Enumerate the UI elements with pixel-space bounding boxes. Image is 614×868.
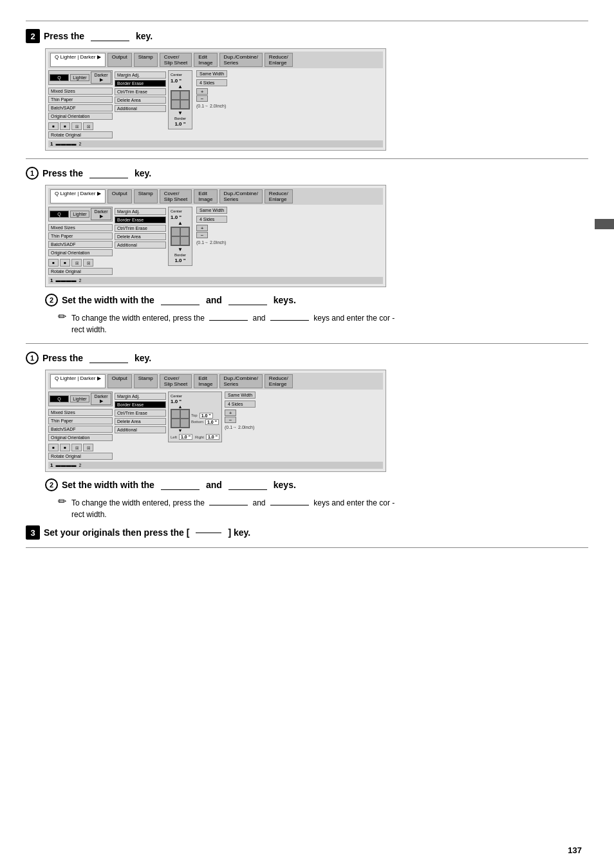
copier-bottom-1: 1 ▬▬▬▬ 2 xyxy=(48,140,383,147)
tab3-lighter-darker: Q Lighter | Darker ▶ xyxy=(50,374,106,388)
copier-grid-2 xyxy=(171,227,190,246)
copier-menu-middle-3: Margin Adj. Border Erase Ctrl/Trim Erase… xyxy=(115,393,166,433)
step2-text: Set the width with the xyxy=(62,295,154,305)
page-num-label-2: 2 xyxy=(79,278,81,283)
grid3-cell-4 xyxy=(180,419,189,428)
copier-bottom-2: 1 ▬▬▬▬ 2 xyxy=(48,277,383,284)
menu2-additional: Additional xyxy=(115,241,166,249)
icon3-btn-1: ■ xyxy=(48,444,59,451)
top-field-row: Top 1.0 " xyxy=(191,413,219,419)
step3-1-key-blank xyxy=(89,353,128,363)
grid-cell-4 xyxy=(180,100,189,109)
right-value: 1.0 " xyxy=(206,434,219,440)
copier-right-2: Center 1.0 " ▲ xyxy=(168,207,383,275)
tab3-dup-combine: Dup./Combine/Series xyxy=(219,374,263,388)
vertical-arrows-3: ▲ ▼ xyxy=(171,404,190,433)
left-field-row: Left 1.0 " xyxy=(171,434,192,440)
tab-reduce-enlarge: Reduce/Enlarge xyxy=(265,53,293,67)
copier-body-3: Q Lighter Darker ▶ Mixed Sizes Thin Pape… xyxy=(48,392,383,460)
tab2-dup-combine: Dup./Combine/Series xyxy=(219,189,263,203)
step2-1-key-text: key. xyxy=(135,168,151,178)
menu3-ctrl-trim: Ctrl/Trim Erase xyxy=(115,410,166,417)
tab-cover-slip: Cover/Slip Sheet xyxy=(160,53,192,67)
menu-margin-adj: Margin Adj. xyxy=(115,71,166,79)
center-label-1: Center xyxy=(171,73,190,77)
menu-thin-paper: Thin Paper xyxy=(48,96,113,103)
tab-lighter-darker: Q Lighter | Darker ▶ xyxy=(50,53,106,67)
border-label-2: Border xyxy=(174,253,186,257)
btn3-q: Q xyxy=(50,395,69,402)
tab2-edit-image: EditImage xyxy=(194,189,217,203)
center-label-3: Center xyxy=(171,394,219,398)
step2-1-header: 1 Press the key. xyxy=(26,167,588,180)
icons-row-2: ■ ■ ☒ ☒ xyxy=(48,259,113,267)
arrows-3: ▲ ▼ xyxy=(171,404,219,433)
step3-2-and: and xyxy=(206,480,222,490)
left-label: Left xyxy=(171,435,177,439)
step-2-press-text: Press the xyxy=(44,31,84,41)
section3-step2: 2 Set the width with the and keys. xyxy=(45,478,588,491)
menu-additional: Additional xyxy=(115,105,166,112)
menu-rotate-original: Rotate Original xyxy=(48,131,113,138)
copier-tabs-1: Q Lighter | Darker ▶ Output Stamp Cover/… xyxy=(48,52,383,68)
bottom-label: Bottom xyxy=(191,420,203,424)
copier-middle-1: Margin Adj. Border Erase Ctrl/Trim Erase… xyxy=(115,70,166,138)
pencil-icon-1: ✏ xyxy=(58,310,66,323)
copier-center-display-1: Center 1.0 " ▲ xyxy=(168,70,192,129)
plus-minus-2: + − xyxy=(196,225,227,238)
center-value-1: 1.0 " xyxy=(171,78,190,84)
tab-output: Output xyxy=(107,53,132,67)
minus-btn-3: − xyxy=(225,417,236,423)
copier-left-1: Q Lighter Darker ▶ Mixed Sizes Thin Pape… xyxy=(48,70,113,138)
copier-panel-3: Q Lighter | Darker ▶ Output Stamp Cover/… xyxy=(45,370,386,472)
icon-btn-1: ■ xyxy=(48,122,59,130)
note3-and: and xyxy=(253,498,266,507)
copier-center-display-2: Center 1.0 " ▲ xyxy=(168,207,192,266)
copier-menu-2: Mixed Sizes Thin Paper Batch/SADF Origin… xyxy=(48,224,113,275)
top-value: 1.0 " xyxy=(200,413,213,419)
copier-menu-middle-1: Margin Adj. Border Erase Ctrl/Trim Erase… xyxy=(115,71,166,112)
minus-btn-2: − xyxy=(196,232,208,238)
grid2-cell-1 xyxy=(171,227,180,236)
menu3-thin-paper: Thin Paper xyxy=(48,417,113,424)
border-value-1: 1.0 " xyxy=(174,121,185,127)
copier-body-2: Q Lighter Darker ▶ Mixed Sizes Thin Pape… xyxy=(48,207,383,275)
divider-bottom xyxy=(26,547,588,548)
btn2-darker: Darker ▶ xyxy=(91,208,111,220)
menu2-ctrl-trim: Ctrl/Trim Erase xyxy=(115,225,166,232)
divider-2 xyxy=(26,158,588,159)
copier-bottom-3: 1 ▬▬▬▬ 2 xyxy=(48,462,383,469)
left-right-fields: Left 1.0 " Right 1.0 " xyxy=(171,434,219,440)
right-controls-2: Same Width 4 Sides + − (0.1→ 2.0Inch) xyxy=(196,207,227,245)
copier-menu-middle-2: Margin Adj. Border Erase Ctrl/Trim Erase… xyxy=(115,208,166,249)
note3-rect: rect width. xyxy=(71,510,107,519)
icon3-btn-4: ☒ xyxy=(83,444,93,451)
border-value-2: 1.0 " xyxy=(174,258,185,263)
page-indicator-bar-2: ▬▬▬▬ xyxy=(55,278,76,283)
copier-tabs-2: Q Lighter | Darker ▶ Output Stamp Cover/… xyxy=(48,188,383,205)
top-label: Top xyxy=(191,413,198,417)
section-3: 1 Press the key. Q Lighter | Darker ▶ Ou… xyxy=(26,352,588,540)
menu3-rotate-original: Rotate Original xyxy=(48,453,113,460)
border-label-1: Border xyxy=(174,117,186,120)
tab2-lighter-darker: Q Lighter | Darker ▶ xyxy=(50,189,106,203)
bottom-field-row: Bottom 1.0 " xyxy=(191,419,219,425)
menu-original-orientation: Original Orientation xyxy=(48,113,113,120)
icon3-btn-2: ■ xyxy=(60,444,70,451)
step-2-key-text: key. xyxy=(136,31,153,41)
plus-btn-3: + xyxy=(225,410,236,416)
page-indicator-bar-3: ▬▬▬▬ xyxy=(55,462,76,468)
copier-tabs-3: Q Lighter | Darker ▶ Output Stamp Cover/… xyxy=(48,373,383,390)
tab3-reduce-enlarge: Reduce/Enlarge xyxy=(265,374,293,388)
menu-mixed-sizes: Mixed Sizes xyxy=(48,88,113,95)
menu2-thin-paper: Thin Paper xyxy=(48,232,113,240)
tab-edit-image: EditImage xyxy=(194,53,217,67)
tab3-output: Output xyxy=(107,374,132,388)
tab-dup-combine: Dup./Combine/Series xyxy=(219,53,263,67)
menu2-batch-sadf: Batch/SADF xyxy=(48,241,113,248)
step2-keys-blank xyxy=(228,295,267,305)
tab2-reduce-enlarge: Reduce/Enlarge xyxy=(265,189,293,203)
note-rect-1: rect width. xyxy=(71,325,107,334)
pencil-icon-2: ✏ xyxy=(58,495,66,507)
note-text-before-1: To change the width entered, press the xyxy=(71,314,205,323)
